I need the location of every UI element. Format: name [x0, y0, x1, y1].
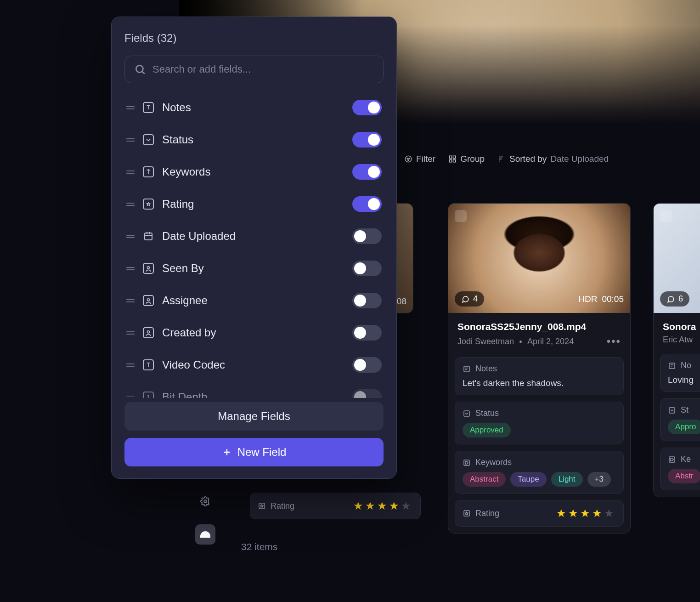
field-toggle[interactable]	[352, 100, 382, 115]
select-checkbox[interactable]	[660, 210, 672, 222]
fields-search[interactable]	[124, 56, 384, 83]
keyword-pill[interactable]: Abstract	[463, 472, 506, 487]
field-toggle[interactable]	[352, 325, 382, 341]
field-toggle[interactable]	[352, 389, 382, 398]
field-type-icon	[143, 263, 154, 274]
group-button[interactable]: Group	[448, 154, 485, 164]
manage-fields-button[interactable]: Manage Fields	[124, 402, 384, 431]
rating-label: Rating	[475, 509, 499, 518]
svg-point-6	[204, 500, 207, 503]
rating-block[interactable]: Rating ★★★★★	[455, 500, 624, 527]
keywords-block[interactable]: Keywords Abstract Taupe Light +3	[455, 451, 624, 494]
rail-settings-icon[interactable]	[195, 491, 215, 511]
field-row[interactable]: Seen By	[124, 254, 384, 283]
status-block[interactable]: St Appro	[660, 398, 700, 441]
field-type-icon	[143, 295, 154, 306]
sort-button[interactable]: Sorted by Date Uploaded	[497, 154, 609, 164]
field-toggle[interactable]	[352, 293, 382, 308]
drag-handle-icon[interactable]	[126, 138, 135, 142]
field-toggle[interactable]	[352, 164, 382, 180]
rating-stars: ★★★★★	[556, 507, 616, 520]
svg-rect-16	[145, 233, 152, 240]
drag-handle-icon[interactable]	[126, 331, 135, 335]
separator-dot	[519, 341, 522, 343]
rating-stars: ★★★★★	[353, 500, 413, 512]
sort-value: Date Uploaded	[550, 154, 609, 164]
svg-rect-1	[449, 156, 452, 158]
keyword-overflow-pill[interactable]: +3	[587, 472, 611, 487]
filter-label: Filter	[416, 154, 435, 164]
field-row[interactable]: 1Bit Depth	[124, 383, 384, 398]
rating-label: Rating	[271, 501, 294, 511]
search-input[interactable]	[152, 63, 374, 75]
field-type-icon	[143, 231, 154, 242]
notes-label: No	[681, 361, 691, 370]
asset-card[interactable]: 6 Sonora Eric Atw No Loving St Appro Ke …	[653, 203, 700, 497]
field-row[interactable]: TNotes	[124, 93, 384, 122]
drag-handle-icon[interactable]	[126, 299, 135, 302]
field-row[interactable]: Rating	[124, 190, 384, 218]
status-pill: Approved	[463, 423, 511, 437]
notes-label: Notes	[475, 364, 497, 374]
field-type-icon: T	[143, 359, 154, 370]
select-checkbox[interactable]	[455, 210, 467, 222]
keywords-block[interactable]: Ke Abstr	[660, 448, 700, 490]
fields-panel: Fields (32) TNotesStatusKeywordsRatingDa…	[111, 17, 397, 479]
field-row[interactable]: Status	[124, 125, 384, 154]
drag-handle-icon[interactable]	[126, 106, 135, 109]
svg-point-18	[147, 299, 150, 301]
field-toggle[interactable]	[352, 196, 382, 212]
asset-title: Sonora	[663, 321, 700, 332]
svg-rect-13	[669, 408, 675, 413]
field-label: Notes	[162, 101, 344, 114]
panel-title: Fields (32)	[112, 29, 396, 56]
keyword-pill[interactable]: Abstr	[668, 469, 700, 483]
field-label: Keywords	[162, 165, 344, 178]
notes-block[interactable]: No Loving	[660, 354, 700, 392]
card-more-icon[interactable]: •••	[607, 335, 621, 348]
drag-handle-icon[interactable]	[126, 235, 135, 238]
comments-chip[interactable]: 4	[455, 291, 484, 307]
drag-handle-icon[interactable]	[126, 267, 135, 270]
field-toggle[interactable]	[352, 132, 382, 148]
asset-title: SonoraSS25Jenny_008.mp4	[457, 321, 621, 332]
status-block[interactable]: Status Approved	[455, 402, 624, 444]
new-field-button[interactable]: New Field	[124, 438, 384, 466]
asset-thumbnail[interactable]: 4 HDR 00:05	[448, 204, 630, 313]
manage-fields-label: Manage Fields	[218, 410, 290, 423]
field-row[interactable]: Created by	[124, 318, 384, 347]
comments-chip[interactable]: 6	[660, 291, 689, 307]
comments-count: 6	[678, 294, 683, 304]
field-toggle[interactable]	[352, 357, 382, 373]
drag-handle-icon[interactable]	[126, 396, 135, 398]
drag-handle-icon[interactable]	[126, 203, 135, 206]
keyword-pill[interactable]: Taupe	[510, 472, 546, 487]
rail-active-icon[interactable]	[195, 524, 215, 545]
field-toggle[interactable]	[352, 228, 382, 244]
keywords-label: Ke	[681, 454, 691, 464]
svg-point-17	[147, 267, 150, 269]
drag-handle-icon[interactable]	[126, 363, 135, 367]
field-row[interactable]: TVideo Codec	[124, 351, 384, 379]
group-label: Group	[460, 154, 485, 164]
field-row[interactable]: Assignee	[124, 286, 384, 315]
asset-card[interactable]: 4 HDR 00:05 SonoraSS25Jenny_008.mp4 Jodi…	[448, 203, 631, 534]
comments-count: 4	[473, 294, 478, 304]
asset-thumbnail[interactable]: 6	[654, 204, 700, 313]
field-label: Date Uploaded	[162, 230, 344, 243]
field-row[interactable]: Keywords	[124, 158, 384, 186]
fields-list: TNotesStatusKeywordsRatingDate UploadedS…	[112, 89, 396, 398]
svg-rect-10	[464, 460, 469, 466]
field-type-icon: T	[143, 102, 154, 113]
keyword-pill[interactable]: Light	[551, 472, 583, 487]
drag-handle-icon[interactable]	[126, 170, 135, 174]
field-type-icon: 1	[143, 392, 154, 398]
keywords-label: Keywords	[475, 458, 512, 467]
filter-button[interactable]: Filter	[404, 154, 435, 164]
field-type-icon	[143, 199, 154, 210]
notes-block[interactable]: Notes Let's darken the shadows.	[455, 357, 624, 395]
field-type-icon	[143, 134, 154, 145]
field-toggle[interactable]	[352, 261, 382, 276]
field-row[interactable]: Date Uploaded	[124, 222, 384, 250]
field-label: Assignee	[162, 294, 344, 307]
